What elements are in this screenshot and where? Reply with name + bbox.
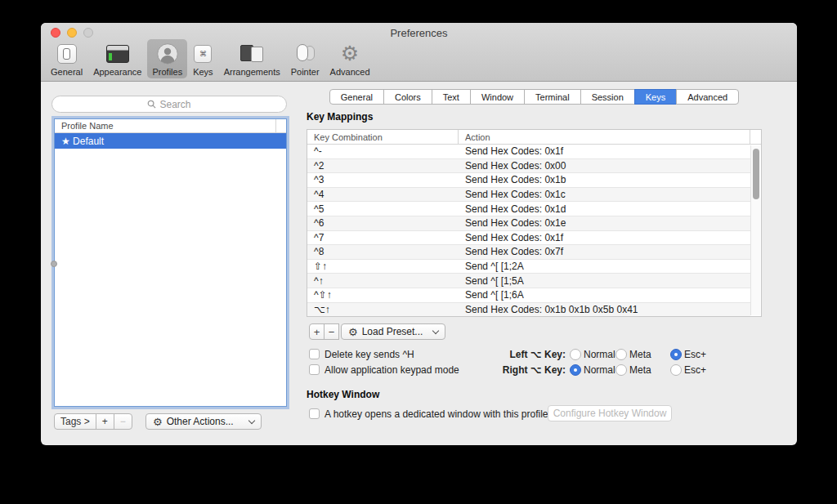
key-combination: ⌥↑ <box>307 304 459 315</box>
toolbar: GeneralAppearanceProfiles⌘KeysArrangemen… <box>46 39 375 78</box>
hotkey-checkbox[interactable] <box>309 408 320 419</box>
toolbar-item-profiles[interactable]: Profiles <box>147 39 187 78</box>
radio-button[interactable] <box>670 349 682 360</box>
key-mapping-row[interactable]: ^-Send Hex Codes: 0x1f <box>307 145 750 159</box>
tab-text[interactable]: Text <box>432 89 471 105</box>
tab-bar: GeneralColorsTextWindowTerminalSessionKe… <box>307 89 762 105</box>
key-mapping-row[interactable]: ^8Send Hex Codes: 0x7f <box>307 245 750 260</box>
radio-option-label: Normal <box>584 349 615 360</box>
tab-keys[interactable]: Keys <box>634 89 677 105</box>
radio-button[interactable] <box>570 364 581 376</box>
radio-option-label: Esc+ <box>684 349 706 360</box>
checkbox-row[interactable]: Allow application keypad mode <box>309 362 459 377</box>
radio-button[interactable] <box>670 364 682 376</box>
key-combination: ^- <box>307 145 459 157</box>
pointer-icon <box>294 42 316 66</box>
checkbox[interactable] <box>309 364 320 375</box>
load-preset-label: Load Preset... <box>362 326 423 337</box>
key-combination: ^5 <box>307 203 459 215</box>
radio-option-label: Esc+ <box>684 364 706 376</box>
key-mapping-row[interactable]: ^6Send Hex Codes: 0x1e <box>307 216 750 231</box>
toolbar-item-label: Appearance <box>93 67 141 77</box>
profile-list-header[interactable]: Profile Name <box>55 119 286 133</box>
radio-normal[interactable]: Normal <box>570 364 615 376</box>
key-combination: ^2 <box>307 160 459 172</box>
desktop: Preferences GeneralAppearanceProfiles⌘Ke… <box>0 0 837 504</box>
key-mapping-row[interactable]: ^2Send Hex Codes: 0x00 <box>307 159 750 174</box>
toolbar-item-general[interactable]: General <box>46 39 87 78</box>
toolbar-item-label: General <box>51 67 83 77</box>
radio-esc[interactable]: Esc+ <box>670 364 706 376</box>
profile-row[interactable]: ★ Default <box>55 133 286 149</box>
key-mapping-row[interactable]: ⇧↑Send ^[ [1;2A <box>307 260 750 274</box>
key-mapping-row[interactable]: ^5Send Hex Codes: 0x1d <box>307 202 750 216</box>
radio-meta[interactable]: Meta <box>615 349 670 360</box>
radio-option-label: Normal <box>584 364 615 376</box>
action: Send Hex Codes: 0x1c <box>459 189 750 200</box>
table-scrollbar[interactable] <box>750 145 760 315</box>
toolbar-item-advanced[interactable]: ⚙Advanced <box>325 39 375 78</box>
appearance-icon <box>106 42 129 66</box>
radio-button[interactable] <box>615 349 627 360</box>
key-mapping-row[interactable]: ^⇧↑Send ^[ [1;6A <box>307 288 750 303</box>
configure-hotkey-window-button[interactable]: Configure Hotkey Window <box>548 405 672 421</box>
radio-option-label: Meta <box>629 349 651 360</box>
tab-colors[interactable]: Colors <box>383 89 432 105</box>
load-preset-dropdown[interactable]: ⚙ Load Preset... <box>341 323 445 340</box>
remove-key-mapping-button[interactable]: − <box>324 323 339 340</box>
column-header[interactable]: Key Combination <box>307 130 459 144</box>
checkbox[interactable] <box>309 349 320 359</box>
tags-button[interactable]: Tags > <box>54 413 96 430</box>
toolbar-item-pointer[interactable]: Pointer <box>286 39 325 78</box>
key-mapping-row[interactable]: ^4Send Hex Codes: 0x1c <box>307 188 750 203</box>
radio-normal[interactable]: Normal <box>570 349 615 360</box>
radio-esc[interactable]: Esc+ <box>670 349 706 360</box>
action: Send Hex Codes: 0x00 <box>459 160 750 172</box>
advanced-icon: ⚙ <box>341 42 359 66</box>
search-input[interactable]: Search <box>51 96 287 113</box>
radio-meta[interactable]: Meta <box>615 364 670 376</box>
radio-button[interactable] <box>615 364 627 376</box>
radio-row: Left ⌥ Key:NormalMetaEsc+ <box>496 346 706 362</box>
toolbar-item-keys[interactable]: ⌘Keys <box>188 39 217 78</box>
profile-list: Profile Name ★ Default <box>54 118 287 407</box>
tab-window[interactable]: Window <box>470 89 525 105</box>
tab-terminal[interactable]: Terminal <box>524 89 581 105</box>
profile-name-column-header[interactable]: Profile Name <box>55 121 275 131</box>
toolbar-item-label: Keys <box>193 67 213 77</box>
key-combination: ^6 <box>307 217 459 229</box>
remove-profile-button[interactable]: − <box>114 413 132 430</box>
preferences-window: Preferences GeneralAppearanceProfiles⌘Ke… <box>41 23 797 445</box>
toolbar-item-label: Advanced <box>330 67 370 77</box>
checkbox-row[interactable]: Delete key sends ^H <box>309 346 459 362</box>
toolbar-item-arrangements[interactable]: Arrangements <box>219 39 285 78</box>
titlebar-toolbar: Preferences GeneralAppearanceProfiles⌘Ke… <box>41 23 797 82</box>
radio-option-label: Meta <box>629 364 651 376</box>
hotkey-checkbox-row[interactable]: A hotkey opens a dedicated window with t… <box>309 406 551 421</box>
toolbar-item-label: Arrangements <box>224 67 280 77</box>
key-combination: ^7 <box>307 232 459 243</box>
action: Send Hex Codes: 0x1b <box>459 174 750 185</box>
toolbar-item-appearance[interactable]: Appearance <box>88 39 146 78</box>
add-profile-button[interactable]: + <box>96 413 114 430</box>
column-divider <box>750 130 761 144</box>
radio-group: Left ⌥ Key:NormalMetaEsc+Right ⌥ Key:Nor… <box>496 346 706 377</box>
key-mapping-row[interactable]: ⌥↑Send Hex Codes: 0x1b 0x1b 0x5b 0x41 <box>307 303 750 316</box>
column-header[interactable]: Action <box>459 132 750 142</box>
key-combination: ^4 <box>307 189 459 200</box>
radio-row: Right ⌥ Key:NormalMetaEsc+ <box>496 362 706 377</box>
tab-general[interactable]: General <box>329 89 384 105</box>
radio-button[interactable] <box>570 349 581 360</box>
key-mapping-row[interactable]: ^3Send Hex Codes: 0x1b <box>307 173 750 188</box>
action: Send ^[ [1;6A <box>459 289 750 301</box>
scrollbar-thumb[interactable] <box>753 149 759 199</box>
gear-icon: ⚙ <box>348 326 358 338</box>
add-key-mapping-button[interactable]: + <box>309 323 325 340</box>
tab-session[interactable]: Session <box>580 89 635 105</box>
key-mapping-row[interactable]: ^↑Send ^[ [1;5A <box>307 274 750 288</box>
key-mapping-row[interactable]: ^7Send Hex Codes: 0x1f <box>307 231 750 246</box>
tab-advanced[interactable]: Advanced <box>676 89 739 105</box>
other-actions-dropdown[interactable]: ⚙ Other Actions... <box>145 413 262 430</box>
chevron-down-icon <box>432 327 439 333</box>
splitter-handle[interactable] <box>51 261 57 267</box>
